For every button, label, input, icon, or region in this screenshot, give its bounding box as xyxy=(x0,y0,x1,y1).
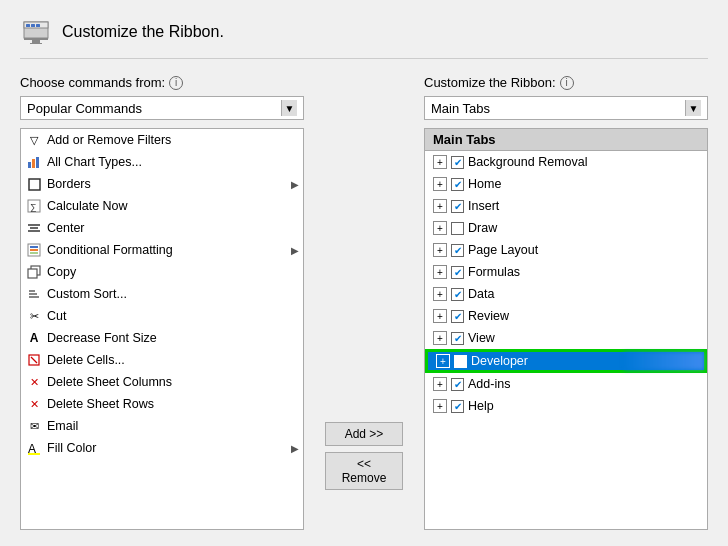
expand-btn[interactable]: + xyxy=(436,354,450,368)
ribbon-icon xyxy=(20,16,52,48)
list-item[interactable]: A Decrease Font Size xyxy=(21,327,303,349)
list-item[interactable]: Center xyxy=(21,217,303,239)
checkbox[interactable] xyxy=(451,222,464,235)
svg-rect-2 xyxy=(26,24,30,27)
tree-item[interactable]: + ✔ View xyxy=(425,327,707,349)
expand-btn[interactable]: + xyxy=(433,199,447,213)
fontsize-icon: A xyxy=(25,329,43,347)
expand-btn[interactable]: + xyxy=(433,309,447,323)
svg-rect-9 xyxy=(32,159,35,168)
tree-item[interactable]: + ✔ Insert xyxy=(425,195,707,217)
customize-info-icon[interactable]: i xyxy=(560,76,574,90)
tree-item[interactable]: + ✔ Page Layout xyxy=(425,239,707,261)
tree-item[interactable]: + ✔ Data xyxy=(425,283,707,305)
svg-rect-10 xyxy=(36,157,39,168)
calc-icon: ∑ xyxy=(25,197,43,215)
sort-icon xyxy=(25,285,43,303)
svg-text:∑: ∑ xyxy=(30,202,36,212)
expand-btn[interactable]: + xyxy=(433,177,447,191)
svg-rect-18 xyxy=(30,246,38,248)
expand-btn[interactable]: + xyxy=(433,287,447,301)
tree-item[interactable]: + ✔ Formulas xyxy=(425,261,707,283)
tree-item-developer[interactable]: + ✔ Developer xyxy=(425,349,707,373)
checkbox[interactable]: ✔ xyxy=(451,178,464,191)
fill-submenu-arrow: ▶ xyxy=(291,443,299,454)
svg-rect-8 xyxy=(28,162,31,168)
border-icon xyxy=(25,175,43,193)
list-item[interactable]: Custom Sort... xyxy=(21,283,303,305)
list-item[interactable]: Conditional Formatting ▶ xyxy=(21,239,303,261)
ribbon-dropdown[interactable]: Main Tabs ▼ xyxy=(424,96,708,120)
dialog-title-text: Customize the Ribbon. xyxy=(62,23,224,41)
tree-item[interactable]: + ✔ Home xyxy=(425,173,707,195)
list-item[interactable]: A Fill Color ▶ xyxy=(21,437,303,459)
email-icon: ✉ xyxy=(25,417,43,435)
list-item[interactable]: ✉ Email xyxy=(21,415,303,437)
tree-item[interactable]: + ✔ Add-ins xyxy=(425,373,707,395)
svg-rect-20 xyxy=(30,252,38,254)
expand-btn[interactable]: + xyxy=(433,221,447,235)
list-item[interactable]: Delete Cells... xyxy=(21,349,303,371)
commands-dropdown-arrow: ▼ xyxy=(281,100,297,116)
list-item[interactable]: ✂ Cut xyxy=(21,305,303,327)
checkbox[interactable]: ✔ xyxy=(451,310,464,323)
svg-rect-3 xyxy=(31,24,35,27)
svg-rect-22 xyxy=(28,269,37,278)
list-item[interactable]: ∑ Calculate Now xyxy=(21,195,303,217)
svg-rect-4 xyxy=(36,24,40,27)
checkbox[interactable]: ✔ xyxy=(451,378,464,391)
dialog-title-area: Customize the Ribbon. xyxy=(20,16,708,59)
main-tabs-header: Main Tabs xyxy=(425,129,707,151)
expand-btn[interactable]: + xyxy=(433,399,447,413)
tree-item[interactable]: + ✔ Review xyxy=(425,305,707,327)
choose-commands-label: Choose commands from: i xyxy=(20,75,304,90)
customize-ribbon-dialog: Customize the Ribbon. Choose commands fr… xyxy=(0,0,728,546)
middle-buttons: Add >> << Remove xyxy=(324,75,404,530)
expand-btn[interactable]: + xyxy=(433,331,447,345)
delcol-icon: ✕ xyxy=(25,373,43,391)
checkbox[interactable]: ✔ xyxy=(451,332,464,345)
checkbox[interactable]: ✔ xyxy=(454,355,467,368)
tree-item[interactable]: + Draw xyxy=(425,217,707,239)
list-item[interactable]: ✕ Delete Sheet Rows xyxy=(21,393,303,415)
list-item[interactable]: Copy xyxy=(21,261,303,283)
expand-btn[interactable]: + xyxy=(433,265,447,279)
filter-icon: ▽ xyxy=(25,131,43,149)
checkbox[interactable]: ✔ xyxy=(451,400,464,413)
submenu-arrow: ▶ xyxy=(291,245,299,256)
list-item[interactable]: All Chart Types... xyxy=(21,151,303,173)
svg-rect-29 xyxy=(28,453,40,455)
checkbox[interactable]: ✔ xyxy=(451,200,464,213)
svg-rect-6 xyxy=(32,40,40,43)
tree-item[interactable]: + ✔ Help xyxy=(425,395,707,417)
center-icon xyxy=(25,219,43,237)
right-panel: Customize the Ribbon: i Main Tabs ▼ Main… xyxy=(424,75,708,530)
remove-button[interactable]: << Remove xyxy=(325,452,403,490)
commands-dropdown[interactable]: Popular Commands ▼ xyxy=(20,96,304,120)
ribbon-tree[interactable]: Main Tabs + ✔ Background Removal + ✔ Hom… xyxy=(424,128,708,530)
expand-btn[interactable]: + xyxy=(433,243,447,257)
checkbox[interactable]: ✔ xyxy=(451,156,464,169)
choose-info-icon[interactable]: i xyxy=(169,76,183,90)
main-content: Choose commands from: i Popular Commands… xyxy=(20,75,708,530)
list-item[interactable]: ✕ Delete Sheet Columns xyxy=(21,371,303,393)
checkbox[interactable]: ✔ xyxy=(451,244,464,257)
commands-list[interactable]: ▽ Add or Remove Filters All Chart Types.… xyxy=(20,128,304,530)
copy-icon xyxy=(25,263,43,281)
chart-icon xyxy=(25,153,43,171)
condformat-icon xyxy=(25,241,43,259)
svg-rect-5 xyxy=(24,38,48,40)
list-item[interactable]: Borders ▶ xyxy=(21,173,303,195)
left-panel: Choose commands from: i Popular Commands… xyxy=(20,75,304,530)
svg-rect-11 xyxy=(29,179,40,190)
fill-icon: A xyxy=(25,439,43,457)
svg-rect-19 xyxy=(30,249,38,251)
checkbox[interactable]: ✔ xyxy=(451,288,464,301)
delrow-icon: ✕ xyxy=(25,395,43,413)
tree-item[interactable]: + ✔ Background Removal xyxy=(425,151,707,173)
expand-btn[interactable]: + xyxy=(433,377,447,391)
checkbox[interactable]: ✔ xyxy=(451,266,464,279)
add-button[interactable]: Add >> xyxy=(325,422,403,446)
list-item[interactable]: ▽ Add or Remove Filters xyxy=(21,129,303,151)
expand-btn[interactable]: + xyxy=(433,155,447,169)
